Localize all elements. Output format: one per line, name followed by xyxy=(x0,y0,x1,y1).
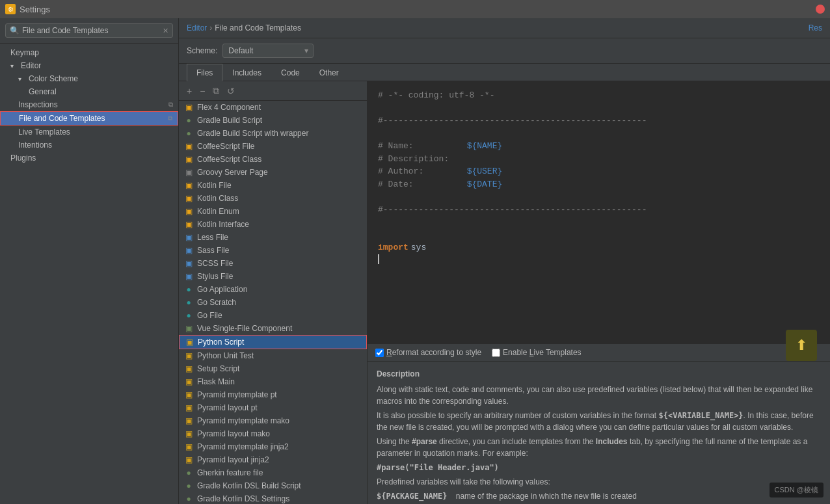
file-item-scss[interactable]: ▣ SCSS File xyxy=(179,257,367,270)
description-panel: Description Along with static text, code… xyxy=(368,361,830,504)
tab-files[interactable]: Files xyxy=(187,64,222,81)
file-item-pyramid-layout-pt[interactable]: ▣ Pyramid layout pt xyxy=(179,401,367,414)
pyramid-layout-jinja2-label: Pyramid layout jinja2 xyxy=(197,455,269,464)
code-line-1: # -*- coding: utf-8 -*- xyxy=(378,89,820,102)
code-line-divider2: #---------------------------------------… xyxy=(378,204,820,217)
tab-code[interactable]: Code xyxy=(271,64,310,81)
sass-icon: ▣ xyxy=(184,246,193,255)
desc-para-2: It is also possible to specify an arbitr… xyxy=(377,410,821,433)
gradle-kotlin-dsl-label: Gradle Kotlin DSL Build Script xyxy=(197,481,301,490)
sidebar-item-general[interactable]: General xyxy=(0,85,178,98)
file-item-go-scratch[interactable]: ● Go Scratch xyxy=(179,296,367,309)
file-item-pyramid-layout-mako[interactable]: ▣ Pyramid layout mako xyxy=(179,427,367,440)
file-item-vue[interactable]: ▣ Vue Single-File Component xyxy=(179,322,367,335)
code-line-import: import sys xyxy=(378,241,820,254)
editor-arrow: ▾ xyxy=(10,62,18,70)
desc-parse-example: #parse("File Header.java") xyxy=(377,462,821,473)
right-panel: Editor › File and Code Templates Res Sch… xyxy=(179,18,830,504)
file-item-go-app[interactable]: ● Go Application xyxy=(179,283,367,296)
clear-search-icon[interactable]: ✕ xyxy=(163,27,168,35)
file-item-gradle-build[interactable]: ● Gradle Build Script xyxy=(179,114,367,127)
pyramid-layout-jinja2-icon: ▣ xyxy=(184,455,193,464)
sidebar-item-plugins[interactable]: Plugins xyxy=(0,152,178,165)
file-item-stylus[interactable]: ▣ Stylus File xyxy=(179,270,367,283)
code-line-blank1 xyxy=(378,102,820,115)
reset-template-button[interactable]: ↺ xyxy=(224,85,237,98)
breadcrumb-editor[interactable]: Editor xyxy=(187,23,207,33)
vue-icon: ▣ xyxy=(184,324,193,333)
scheme-bar: Scheme: Default Project xyxy=(179,38,830,64)
add-template-button[interactable]: + xyxy=(184,85,194,98)
sidebar-item-live-templates[interactable]: Live Templates xyxy=(0,126,178,139)
settings-window: ⚙ Settings 🔍 ✕ Keymap ▾ Ed xyxy=(0,0,830,504)
file-item-go-file[interactable]: ● Go File xyxy=(179,309,367,322)
file-item-kotlin-interface[interactable]: ▣ Kotlin Interface xyxy=(179,218,367,231)
desc-var-package: ${PACKAGE_NAME} name of the package in w… xyxy=(377,490,821,502)
copy-template-button[interactable]: ⧉ xyxy=(210,84,222,98)
file-item-python-test[interactable]: ▣ Python Unit Test xyxy=(179,349,367,362)
upload-button[interactable]: ⬆ xyxy=(786,330,817,361)
file-item-sass[interactable]: ▣ Sass File xyxy=(179,244,367,257)
file-item-pyramid-mako[interactable]: ▣ Pyramid mytemplate mako xyxy=(179,414,367,427)
sidebar-item-color-scheme[interactable]: ▾ Color Scheme xyxy=(0,72,178,85)
file-item-flask-main[interactable]: ▣ Flask Main xyxy=(179,375,367,388)
vue-label: Vue Single-File Component xyxy=(197,324,292,333)
file-item-gradle-wrapper[interactable]: ● Gradle Build Script with wrapper xyxy=(179,127,367,140)
python-test-icon: ▣ xyxy=(184,351,193,360)
pyramid-layout-pt-icon: ▣ xyxy=(184,403,193,412)
file-item-python-script[interactable]: ▣ Python Script xyxy=(179,335,367,349)
file-item-pyramid-mytemplate-pt[interactable]: ▣ Pyramid mytemplate pt xyxy=(179,388,367,401)
file-item-gradle-kotlin-settings[interactable]: ● Gradle Kotlin DSL Settings xyxy=(179,492,367,504)
file-item-pyramid-layout-jinja2[interactable]: ▣ Pyramid layout jinja2 xyxy=(179,453,367,466)
search-input[interactable] xyxy=(22,26,160,35)
gradle-wrapper-label: Gradle Build Script with wrapper xyxy=(197,129,308,138)
flex4-icon: ▣ xyxy=(184,103,193,112)
file-item-gherkin[interactable]: ● Gherkin feature file xyxy=(179,466,367,479)
search-box: 🔍 ✕ xyxy=(0,18,178,44)
file-item-coffeescript-class[interactable]: ▣ CoffeeScript Class xyxy=(179,153,367,166)
reset-link[interactable]: Res xyxy=(809,23,822,33)
file-item-kotlin-enum[interactable]: ▣ Kotlin Enum xyxy=(179,205,367,218)
file-item-kotlin-class[interactable]: ▣ Kotlin Class xyxy=(179,192,367,205)
sidebar-item-intentions[interactable]: Intentions xyxy=(0,139,178,152)
remove-template-button[interactable]: − xyxy=(197,85,208,98)
file-item-kotlin[interactable]: ▣ Kotlin File xyxy=(179,179,367,192)
live-templates-checkbox[interactable] xyxy=(492,349,500,357)
tab-includes[interactable]: Includes xyxy=(222,64,271,81)
code-line-name: # Name: ${NAME} xyxy=(378,140,820,153)
pyramid-pt-icon: ▣ xyxy=(184,390,193,399)
reformat-checkbox[interactable] xyxy=(375,349,384,357)
kotlin-interface-icon: ▣ xyxy=(184,220,193,229)
file-item-less[interactable]: ▣ Less File xyxy=(179,231,367,244)
go-file-icon: ● xyxy=(184,311,193,320)
author-value: ${USER} xyxy=(467,165,503,178)
main-content: 🔍 ✕ Keymap ▾ Editor ▾ Color Scheme xyxy=(0,18,830,504)
close-button[interactable] xyxy=(816,5,825,14)
sidebar-item-editor[interactable]: ▾ Editor xyxy=(0,59,178,72)
title-bar: ⚙ Settings xyxy=(0,0,830,18)
color-scheme-arrow: ▾ xyxy=(18,75,26,83)
python-script-label: Python Script xyxy=(198,338,244,347)
desc-key: # Description: xyxy=(378,153,449,166)
sidebar-item-file-code-templates[interactable]: File and Code Templates ⧉ xyxy=(0,111,178,126)
live-templates-checkbox-label[interactable]: Enable Live Templates xyxy=(492,348,582,357)
file-item-coffeescript[interactable]: ▣ CoffeeScript File xyxy=(179,140,367,153)
setup-script-icon: ▣ xyxy=(184,364,193,373)
pyramid-jinja2-icon: ▣ xyxy=(184,442,193,451)
scheme-select[interactable]: Default Project xyxy=(222,44,314,58)
code-line-blank3 xyxy=(378,191,820,204)
tab-other[interactable]: Other xyxy=(310,64,349,81)
sidebar-item-keymap[interactable]: Keymap xyxy=(0,46,178,59)
reformat-checkbox-label[interactable]: Reformat according to style xyxy=(375,348,481,357)
pyramid-mako-icon: ▣ xyxy=(184,416,193,425)
pyramid-layout-mako-icon: ▣ xyxy=(184,429,193,438)
file-item-pyramid-jinja2[interactable]: ▣ Pyramid mytemplate jinja2 xyxy=(179,440,367,453)
sidebar-item-inspections[interactable]: Inspections ⧉ xyxy=(0,98,178,111)
name-key: # Name: xyxy=(378,140,464,153)
file-item-flex4[interactable]: ▣ Flex 4 Component xyxy=(179,101,367,114)
file-item-groovy[interactable]: ▣ Groovy Server Page xyxy=(179,166,367,179)
file-item-setup-script[interactable]: ▣ Setup Script xyxy=(179,362,367,375)
code-editor[interactable]: # -*- coding: utf-8 -*- #---------------… xyxy=(368,81,830,343)
file-item-gradle-kotlin-dsl[interactable]: ● Gradle Kotlin DSL Build Script xyxy=(179,479,367,492)
code-line-blank2 xyxy=(378,127,820,140)
